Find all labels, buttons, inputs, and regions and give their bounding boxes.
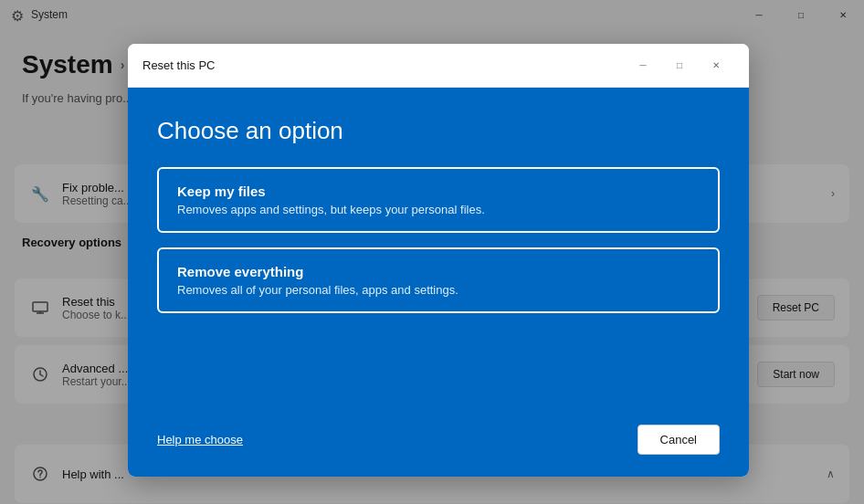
reset-dialog: Reset this PC ─ □ ✕ Choose an option Kee… xyxy=(128,44,749,477)
remove-everything-title: Remove everything xyxy=(177,264,700,279)
dialog-window-controls: ─ □ ✕ xyxy=(625,51,734,80)
cancel-button[interactable]: Cancel xyxy=(637,425,720,455)
dialog-minimize-button[interactable]: ─ xyxy=(625,51,661,80)
keep-files-title: Keep my files xyxy=(177,184,700,199)
keep-files-description: Removes apps and settings, but keeps you… xyxy=(177,203,700,216)
dialog-maximize-button[interactable]: □ xyxy=(661,51,698,80)
remove-everything-description: Removes all of your personal files, apps… xyxy=(177,283,700,297)
remove-everything-option[interactable]: Remove everything Removes all of your pe… xyxy=(157,247,720,313)
dialog-heading: Choose an option xyxy=(157,117,720,145)
dialog-title: Reset this PC xyxy=(142,58,215,72)
dialog-titlebar: Reset this PC ─ □ ✕ xyxy=(128,44,749,88)
dialog-footer: Help me choose Cancel xyxy=(128,414,749,477)
dialog-close-button[interactable]: ✕ xyxy=(698,51,734,80)
dialog-body: Choose an option Keep my files Removes a… xyxy=(128,88,749,414)
help-me-choose-link[interactable]: Help me choose xyxy=(157,433,243,446)
keep-files-option[interactable]: Keep my files Removes apps and settings,… xyxy=(157,167,720,233)
